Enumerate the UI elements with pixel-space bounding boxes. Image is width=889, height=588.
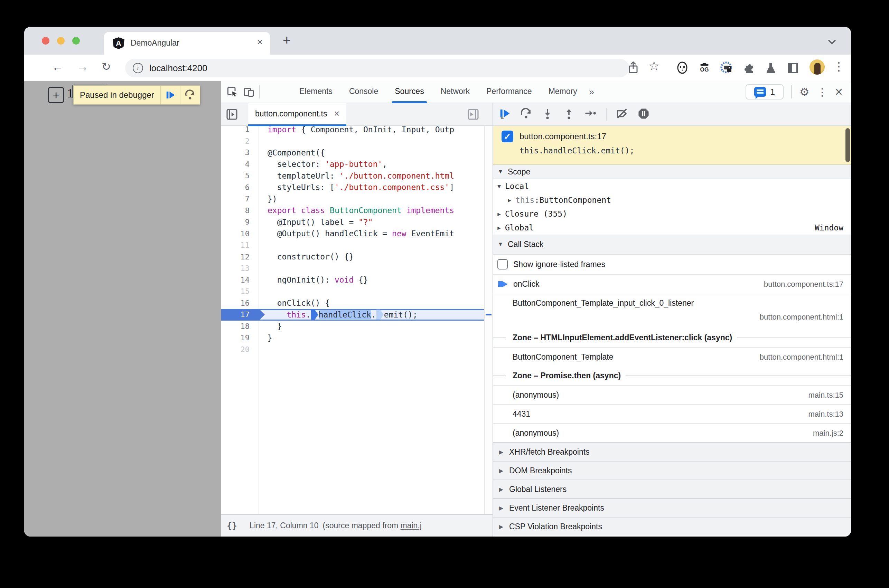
show-debugger-sidebar-icon[interactable]: [467, 108, 479, 122]
line-number[interactable]: 19: [221, 333, 258, 342]
breakpoint-checkbox[interactable]: ✓: [502, 130, 513, 142]
page-plus-button[interactable]: +: [48, 87, 64, 103]
line-number[interactable]: 20: [221, 345, 258, 354]
code-line[interactable]: 10 @Output() handleClick = new EventEmit: [221, 228, 484, 240]
code-line[interactable]: 6 styleUrls: ['./button.component.css']: [221, 182, 484, 194]
step-icon[interactable]: [584, 108, 596, 121]
code-line[interactable]: 5 templateUrl: './button.component.html: [221, 170, 484, 182]
close-devtools-icon[interactable]: ×: [835, 86, 843, 99]
scope-row[interactable]: ▼Local: [493, 179, 851, 193]
forward-icon[interactable]: →: [77, 60, 89, 74]
password-manager-extension-icon[interactable]: [719, 61, 733, 75]
code-line[interactable]: 2: [221, 135, 484, 147]
code-line[interactable]: 14 ngOnInit(): void {}: [221, 274, 484, 286]
frame-location[interactable]: main.js:2: [813, 429, 851, 438]
step-out-icon[interactable]: [563, 108, 575, 121]
flask-extension-icon[interactable]: [764, 61, 778, 75]
code-line[interactable]: 17 this.handleClick.emit();: [221, 309, 484, 321]
section-event-listener-breakpoints[interactable]: ▶Event Listener Breakpoints: [493, 498, 851, 517]
tab-elements[interactable]: Elements: [291, 81, 341, 103]
line-number[interactable]: 1: [221, 126, 258, 134]
line-number[interactable]: 14: [221, 276, 258, 284]
bookmark-star-icon[interactable]: ☆: [649, 59, 662, 72]
line-number[interactable]: 7: [221, 195, 258, 203]
tab-sources[interactable]: Sources: [386, 81, 432, 103]
code-line[interactable]: 11: [221, 239, 484, 251]
step-into-icon[interactable]: [542, 108, 553, 121]
call-stack-frame[interactable]: (anonymous)main.ts:15: [493, 385, 851, 404]
editor-scrollbar[interactable]: [484, 126, 493, 514]
close-window-button[interactable]: [42, 37, 50, 45]
section-xhr-fetch-breakpoints[interactable]: ▶XHR/fetch Breakpoints: [493, 442, 851, 461]
chevron-down-icon[interactable]: [825, 35, 838, 50]
source-map-link[interactable]: main.j: [401, 521, 422, 530]
code-line[interactable]: 15: [221, 286, 484, 297]
extensions-puzzle-icon[interactable]: [742, 61, 755, 75]
device-toolbar-icon[interactable]: [243, 86, 254, 98]
show-ignore-listed-checkbox[interactable]: [497, 259, 508, 270]
line-number[interactable]: 12: [221, 252, 258, 261]
line-number[interactable]: 8: [221, 206, 258, 215]
issues-counter-button[interactable]: 1: [746, 84, 784, 99]
sidebar-scrollbar-thumb[interactable]: [845, 128, 850, 162]
share-icon[interactable]: [626, 61, 640, 75]
profile-avatar[interactable]: [809, 59, 825, 75]
code-line[interactable]: 16 onClick() {: [221, 297, 484, 309]
code-line[interactable]: 20: [221, 344, 484, 356]
reader-extension-icon[interactable]: [786, 61, 800, 75]
code-line[interactable]: 4 selector: 'app-button',: [221, 159, 484, 170]
tab-memory[interactable]: Memory: [540, 81, 586, 103]
devtools-menu-kebab-icon[interactable]: ⋮: [817, 86, 827, 98]
code-line[interactable]: 8export class ButtonComponent implements: [221, 205, 484, 217]
scope-section-header[interactable]: ▼ Scope: [493, 165, 851, 179]
chevron-right-icon[interactable]: ▶: [493, 225, 505, 231]
close-tab-icon[interactable]: ×: [257, 37, 263, 48]
line-number[interactable]: 6: [221, 183, 258, 192]
settings-gear-icon[interactable]: ⚙: [799, 86, 809, 99]
tab-network[interactable]: Network: [432, 81, 478, 103]
code-area[interactable]: 1import { Component, OnInit, Input, Outp…: [221, 126, 484, 514]
file-tab[interactable]: button.component.ts ×: [248, 103, 346, 126]
line-number[interactable]: 10: [221, 230, 258, 238]
browser-menu-kebab-icon[interactable]: ⋮: [833, 59, 847, 73]
tab-performance[interactable]: Performance: [478, 81, 540, 103]
frame-location[interactable]: button.component.html:1: [760, 353, 851, 362]
chevron-right-icon[interactable]: ▶: [504, 197, 515, 204]
line-number[interactable]: 13: [221, 264, 258, 273]
line-number[interactable]: 11: [221, 241, 258, 249]
tab-console[interactable]: Console: [341, 81, 386, 103]
site-info-icon[interactable]: i: [133, 63, 143, 73]
call-stack-section-header[interactable]: ▼ Call Stack: [493, 235, 851, 255]
line-number[interactable]: 3: [221, 148, 258, 157]
chevron-down-icon[interactable]: ▼: [493, 183, 505, 190]
pause-on-exceptions-icon[interactable]: [638, 108, 649, 121]
code-line[interactable]: 12 constructor() {}: [221, 251, 484, 263]
incognito-og-extension-icon[interactable]: OG: [698, 61, 711, 75]
code-line[interactable]: 9 @Input() label = "?": [221, 216, 484, 228]
call-stack-frame[interactable]: (anonymous)main.js:2: [493, 423, 851, 442]
scope-row[interactable]: ▶this: ButtonComponent: [493, 193, 851, 207]
frame-location[interactable]: button.component.html:1: [493, 308, 851, 322]
line-number[interactable]: 18: [221, 322, 258, 331]
frame-location[interactable]: main.ts:13: [808, 410, 851, 419]
scope-row[interactable]: ▶GlobalWindow: [493, 221, 851, 235]
back-icon[interactable]: ←: [52, 60, 64, 74]
code-line[interactable]: 1import { Component, OnInit, Input, Outp: [221, 126, 484, 135]
address-bar[interactable]: i localhost:4200: [125, 59, 629, 77]
reload-icon[interactable]: ↻: [102, 60, 111, 73]
code-line[interactable]: 13: [221, 262, 484, 274]
banner-resume-icon[interactable]: [161, 86, 180, 104]
pretty-print-icon[interactable]: {}: [227, 520, 237, 531]
line-number[interactable]: 17: [221, 310, 258, 319]
call-stack-frame[interactable]: onClickbutton.component.ts:17: [493, 274, 851, 294]
frame-location[interactable]: button.component.ts:17: [764, 280, 851, 289]
chevron-right-icon[interactable]: ▶: [493, 211, 505, 217]
line-number[interactable]: 16: [221, 299, 258, 308]
call-stack-frame[interactable]: ButtonComponent_Template_input_click_0_l…: [493, 294, 851, 328]
call-stack-frame[interactable]: ButtonComponent_Templatebutton.component…: [493, 347, 851, 366]
inspect-element-icon[interactable]: [227, 86, 238, 98]
more-tabs-icon[interactable]: »: [586, 81, 598, 102]
code-line[interactable]: 3@Component({: [221, 147, 484, 159]
resume-script-icon[interactable]: [500, 108, 511, 121]
paused-location[interactable]: button.component.ts:17: [520, 132, 606, 141]
